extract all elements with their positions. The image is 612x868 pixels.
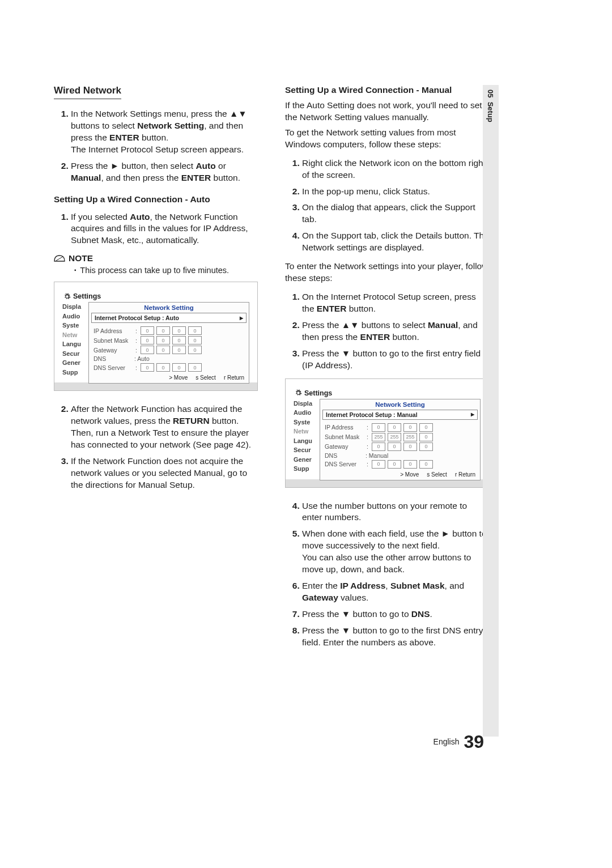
osd-return: r Return <box>224 375 244 381</box>
enter-step-1: On the Internet Protocol Setup screen, p… <box>302 291 489 315</box>
manual-intro-2: To get the Network setting values from m… <box>285 127 489 151</box>
gear-icon <box>295 389 302 397</box>
left-column: Wired Network In the Network Settings me… <box>54 85 258 656</box>
osd-nav: Displa Audio Syste Netw Langu Secur Gene… <box>294 399 320 480</box>
auto-step-2: After the Network Function has acquired … <box>71 403 258 451</box>
note-row: NOTE <box>54 253 258 263</box>
osd-protocol-row: Internet Protocol Setup : Auto ▶ <box>91 313 246 323</box>
manual-intro-1: If the Auto Setting does not work, you'l… <box>285 100 489 124</box>
osd-protocol-row: Internet Protocol Setup : Manual ▶ <box>322 410 478 420</box>
intro-step-2: Press the ► button, then select Auto or … <box>71 160 258 184</box>
osd-select: s Select <box>427 471 447 478</box>
chapter-title: Setup <box>486 102 495 122</box>
osd-title: Network Setting <box>320 399 480 409</box>
auto-step-3: If the Network Function does not acquire… <box>71 456 258 491</box>
wired-network-heading: Wired Network <box>54 85 121 99</box>
osd-select: s Select <box>196 375 216 381</box>
note-body: This process can take up to five minutes… <box>74 266 258 275</box>
cont-step-8: Press the ▼ button to go to the first DN… <box>302 625 489 649</box>
osd-move: > Move <box>400 471 419 478</box>
page-footer: English 39 <box>434 731 484 752</box>
osd-return: r Return <box>455 471 475 478</box>
pc-step-2: In the pop-up menu, click Status. <box>302 186 489 198</box>
note-icon <box>54 254 65 262</box>
cont-step-7: Press the ▼ button to go to DNS. <box>302 609 489 620</box>
cont-step-6: Enter the IP Address, Subnet Mask, and G… <box>302 580 489 604</box>
side-tab: 05 Setup <box>483 85 499 737</box>
cont-step-4: Use the number buttons on your remote to… <box>302 500 489 524</box>
enter-step-2: Press the ▲▼ buttons to select Manual, a… <box>302 320 489 343</box>
osd-settings-label: Settings <box>304 389 332 397</box>
osd-nav: Displa Audio Syste Netw Langu Secur Gene… <box>62 302 88 384</box>
manual-intro-3: To enter the Network settings into your … <box>285 261 489 284</box>
note-label: NOTE <box>69 253 93 263</box>
intro-steps: In the Network Settings menu, press the … <box>54 108 258 184</box>
pc-step-1: Right click the Network icon on the bott… <box>302 158 489 181</box>
auto-steps-post: After the Network Function has acquired … <box>54 403 258 491</box>
osd-move: > Move <box>169 375 188 381</box>
osd-manual-screenshot: Settings Displa Audio Syste Netw Langu S… <box>285 378 489 488</box>
auto-step-1: If you selected Auto, the Network Functi… <box>71 211 258 247</box>
chapter-number: 05 <box>486 90 495 97</box>
right-column: Setting Up a Wired Connection - Manual I… <box>285 85 489 656</box>
pc-steps: Right click the Network icon on the bott… <box>285 158 489 254</box>
enter-steps: On the Internet Protocol Setup screen, p… <box>285 291 489 372</box>
enter-step-3: Press the ▼ button to go to the first en… <box>302 348 489 372</box>
cont-step-5: When done with each field, use the ► but… <box>302 528 489 576</box>
osd-auto-screenshot: Settings Displa Audio Syste Netw Langu S… <box>54 282 258 391</box>
pc-step-3: On the dialog that appears, click the Su… <box>302 202 489 225</box>
auto-subheading: Setting Up a Wired Connection - Auto <box>54 194 258 205</box>
manual-subheading: Setting Up a Wired Connection - Manual <box>285 85 489 95</box>
osd-title: Network Setting <box>89 303 249 312</box>
pc-step-4: On the Support tab, click the Details bu… <box>302 230 489 254</box>
arrow-right-icon: ▶ <box>240 316 243 321</box>
arrow-right-icon: ▶ <box>471 412 474 417</box>
footer-page: 39 <box>464 731 484 752</box>
auto-steps-pre: If you selected Auto, the Network Functi… <box>54 211 258 247</box>
intro-step-1: In the Network Settings menu, press the … <box>71 108 258 156</box>
continue-steps: Use the number buttons on your remote to… <box>285 500 489 649</box>
gear-icon <box>63 293 71 300</box>
footer-lang: English <box>434 737 460 746</box>
osd-settings-label: Settings <box>73 292 101 300</box>
